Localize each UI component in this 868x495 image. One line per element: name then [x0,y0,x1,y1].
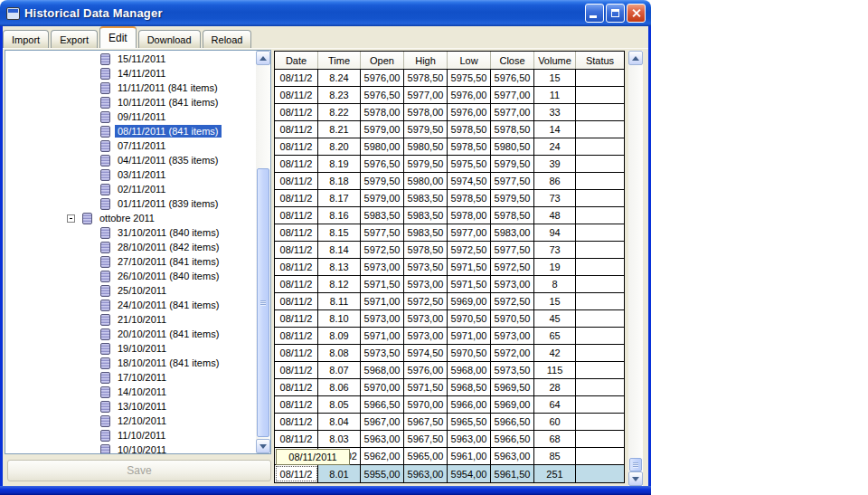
cell-high[interactable]: 5976,00 [404,362,448,378]
cell-time[interactable]: 8.13 [318,259,361,275]
cell-status[interactable] [576,465,624,482]
cell-low[interactable]: 5971,50 [448,259,491,275]
cell-close[interactable]: 5977,50 [491,173,534,189]
cell-status[interactable] [576,448,624,464]
cell-volume[interactable]: 115 [534,362,576,378]
collapse-minus-icon[interactable] [67,214,75,223]
tree-item-label[interactable]: 14/11/2011 [115,67,168,80]
cell-high[interactable]: 5967,50 [404,414,448,430]
cell-date[interactable]: 08/11/2 [275,259,318,275]
cell-close[interactable]: 5977,00 [491,104,534,120]
table-row[interactable]: 08/11/28.095971,005973,005971,005973,006… [275,328,624,345]
cell-high[interactable]: 5983,50 [404,207,448,224]
cell-date[interactable]: 08/11/2 [275,431,318,447]
cell-volume[interactable]: 8 [534,276,576,292]
cell-time[interactable]: 8.07 [318,362,361,378]
minimize-button[interactable] [585,4,604,23]
cell-low[interactable]: 5971,00 [448,328,491,344]
cell-volume[interactable]: 85 [534,448,576,464]
table-row[interactable]: 08/11/28.145972,505978,505972,505977,507… [275,242,624,259]
table-row[interactable]: 08/11/28.045967,005967,505965,505966,506… [275,414,624,431]
tree-item-label[interactable]: 11/10/2011 [115,429,168,442]
tab-download[interactable]: Download [138,30,201,48]
tree-item[interactable]: 12/10/2011 [5,414,255,428]
cell-low[interactable]: 5975,50 [448,156,491,172]
cell-open[interactable]: 5963,00 [361,431,404,447]
tree-item[interactable]: 19/10/2011 [5,341,255,356]
cell-open[interactable]: 5979,50 [361,173,404,189]
cell-status[interactable] [576,138,624,155]
tree-item[interactable]: 17/10/2011 [5,370,255,385]
tree-item-label[interactable]: 17/10/2011 [115,371,169,384]
cell-volume[interactable]: 42 [534,345,576,361]
cell-low[interactable]: 5968,00 [448,362,491,378]
cell-open[interactable]: 5978,00 [361,104,404,120]
cell-close[interactable]: 5979,50 [491,156,534,172]
tree-item[interactable]: 14/11/2011 [5,66,255,81]
cell-date[interactable]: 08/11/2 [275,190,318,206]
cell-low[interactable]: 5978,00 [448,207,491,224]
cell-low[interactable]: 5972,50 [448,242,491,258]
tree-item-label[interactable]: 04/11/2011 (835 items) [115,154,222,167]
cell-open[interactable]: 5971,50 [361,276,404,292]
cell-time[interactable]: 8.21 [318,121,361,138]
cell-status[interactable] [576,310,624,327]
cell-date[interactable]: 08/11/2 [275,276,318,292]
table-row[interactable]: 08/11/28.205980,005980,505978,505980,502… [275,138,624,156]
cell-close[interactable]: 5969,50 [491,379,534,395]
tree-item[interactable]: 07/11/2011 [5,138,255,153]
cell-status[interactable] [576,431,624,447]
cell-date[interactable]: 08/11/2 [275,207,318,224]
tree-item[interactable]: 28/10/2011 (842 items) [5,240,255,254]
cell-date[interactable]: 08/11/2 [275,310,318,327]
cell-status[interactable] [576,362,624,378]
cell-date[interactable]: 08/11/2 [275,362,318,378]
column-header-date[interactable]: Date [275,52,318,69]
tree-item[interactable]: 15/11/2011 [5,52,255,66]
cell-date[interactable]: 08/11/2 [275,224,318,241]
cell-date[interactable]: 08/11/2 [275,156,318,172]
cell-volume[interactable]: 48 [534,207,576,224]
cell-time[interactable]: 8.08 [318,345,361,361]
tree-item-label[interactable]: 14/10/2011 [115,386,169,398]
tree-item[interactable]: 21/10/2011 [5,312,255,327]
table-row[interactable]: 08/11/28.155977,505983,505977,005983,009… [275,224,624,242]
tree-item[interactable]: 10/10/2011 [5,443,255,454]
cell-volume[interactable]: 94 [534,224,576,241]
cell-status[interactable] [576,414,624,430]
tab-reload[interactable]: Reload [203,30,252,48]
cell-close[interactable]: 5973,00 [491,328,534,344]
cell-close[interactable]: 5966,50 [491,431,534,447]
cell-low[interactable]: 5970,50 [448,345,491,361]
tree-item[interactable]: 18/10/2011 (841 items) [5,356,255,370]
tree-item-label[interactable]: 31/10/2011 (840 items) [115,226,222,239]
cell-volume[interactable]: 11 [534,87,576,103]
cell-volume[interactable]: 65 [534,328,576,344]
column-header-open[interactable]: Open [361,52,404,69]
table-row[interactable]: 08/11/28.075968,005976,005968,005973,501… [275,362,624,379]
cell-time[interactable]: 8.19 [318,156,361,172]
table-row[interactable]: 08/11/28.195976,505979,505975,505979,503… [275,156,624,173]
cell-volume[interactable]: 14 [534,121,576,138]
cell-status[interactable] [576,104,624,120]
cell-status[interactable] [576,345,624,361]
cell-time[interactable]: 8.24 [318,70,361,86]
cell-close[interactable]: 5977,50 [491,242,534,258]
tree-item[interactable]: 20/10/2011 (841 items) [5,327,255,341]
tree-scroll-thumb[interactable] [257,168,269,437]
table-row[interactable]: 08/11/28.235976,505977,005976,005977,001… [275,87,624,104]
cell-high[interactable]: 5971,50 [404,379,448,395]
cell-status[interactable] [576,190,624,206]
tree-item[interactable]: 14/10/2011 [5,385,255,399]
cell-date[interactable]: 08/11/2 [275,293,318,309]
tree-item[interactable]: 27/10/2011 (841 items) [5,254,255,269]
close-button[interactable] [627,4,646,23]
table-row[interactable]: 08/11/28.125971,505973,005971,505973,008 [275,276,624,293]
cell-time[interactable]: 8.06 [318,379,361,395]
tree-item[interactable]: 09/11/2011 [5,109,255,124]
cell-high[interactable]: 5980,00 [404,173,448,189]
tree-item-label[interactable]: 21/10/2011 [115,313,169,326]
cell-low[interactable]: 5978,50 [448,121,491,138]
cell-close[interactable]: 5970,50 [491,310,534,327]
cell-high[interactable]: 5977,00 [404,87,448,103]
